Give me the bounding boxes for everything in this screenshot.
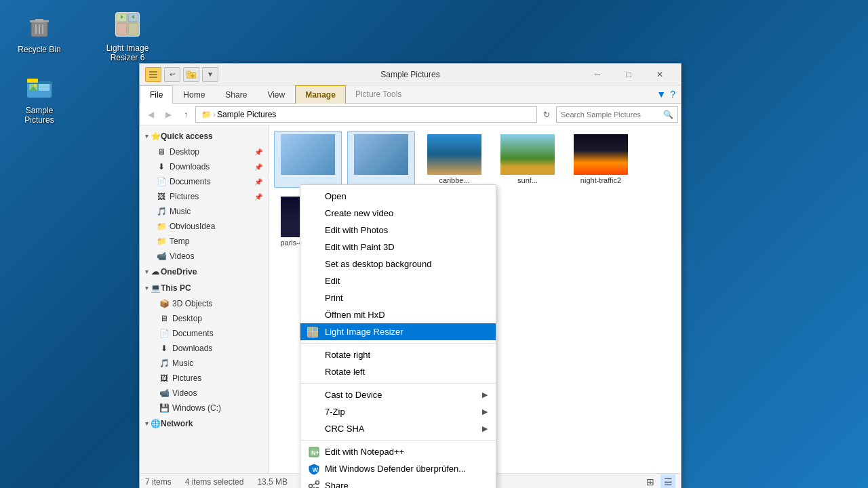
sidebar-section-quick-access[interactable]: ▾ ⭐ Quick access [140, 128, 268, 144]
large-icons-view-btn[interactable]: ⊞ [643, 474, 658, 489]
ctx-open-hxd-label: Öffnen mit HxD [325, 310, 385, 320]
sidebar-item-music2[interactable]: 🎵 Music [140, 356, 268, 371]
tab-file[interactable]: File [140, 85, 173, 104]
search-input[interactable] [561, 110, 660, 119]
file-item-selected1[interactable] [274, 131, 342, 188]
network-arrow: ▾ [145, 420, 149, 427]
onedrive-label: OneDrive [161, 267, 197, 277]
ctx-crc-sha[interactable]: CRC SHA ▶ [300, 420, 496, 437]
ctx-set-desktop[interactable]: Set as desktop background [300, 256, 496, 272]
undo-btn[interactable]: ↩ [164, 67, 180, 82]
sidebar-item-windows-c[interactable]: 💾 Windows (C:) [140, 401, 268, 415]
sidebar-item-pictures[interactable]: 🖼 Pictures 📌 [140, 189, 268, 204]
sidebar-item-downloads[interactable]: ⬇ Downloads 📌 [140, 159, 268, 174]
file-item-night-traffic[interactable]: night-traffic2 [567, 131, 635, 188]
recycle-bin-icon[interactable]: Recycle Bin [12, 7, 66, 57]
forward-button[interactable]: ▶ [160, 106, 176, 123]
sidebar-item-3d-objects[interactable]: 📦 3D Objects [140, 296, 268, 311]
quick-access-btn[interactable] [145, 67, 161, 82]
ctx-create-video[interactable]: Create new video [300, 205, 496, 222]
refresh-button[interactable]: ↻ [538, 106, 555, 123]
svg-line-40 [312, 483, 316, 485]
ribbon-expand-btn[interactable]: ? [670, 89, 675, 100]
sidebar-section-this-pc[interactable]: ▾ 💻 This PC [140, 280, 268, 296]
context-menu: Open Create new video Edit with Photos E… [300, 184, 496, 488]
downloads-icon: ⬇ [156, 161, 167, 172]
ctx-cast-to-device[interactable]: Cast to Device ▶ [300, 386, 496, 403]
ctx-cast-label: Cast to Device [325, 390, 382, 400]
sidebar-item-desktop[interactable]: 🖥 Desktop 📌 [140, 144, 268, 159]
sidebar-item-temp[interactable]: 📁 Temp [140, 234, 268, 249]
sidebar-section-network[interactable]: ▾ 🌐 Network [140, 415, 268, 432]
sidebar-item-documents2[interactable]: 📄 Documents [140, 326, 268, 341]
ctx-edit-label: Edit [325, 276, 340, 286]
ctx-edit[interactable]: Edit [300, 272, 496, 289]
sidebar-item-obviousidea[interactable]: 📁 ObviousIdea [140, 219, 268, 234]
sidebar-documents-label: Documents [170, 177, 211, 186]
ctx-sep-3 [300, 440, 496, 441]
ctx-print[interactable]: Print [300, 289, 496, 306]
desktop2-icon: 🖥 [159, 313, 170, 324]
search-bar[interactable]: 🔍 [556, 106, 678, 123]
ctx-open[interactable]: Open [300, 188, 496, 205]
ctx-rotate-right[interactable]: Rotate right [300, 346, 496, 363]
ctx-rotate-left[interactable]: Rotate left [300, 363, 496, 380]
ctx-crc-label: CRC SHA [325, 424, 365, 434]
tab-home[interactable]: Home [173, 85, 215, 104]
ctx-defender[interactable]: W Mit Windows Defender überprüfen... [300, 460, 496, 477]
new-folder-btn[interactable] [183, 67, 199, 82]
properties-btn[interactable]: ▼ [202, 67, 218, 82]
music-icon: 🎵 [156, 206, 167, 217]
light-image-resizer-icon[interactable]: Light Image Resizer 6 [100, 5, 155, 66]
sidebar-music-label: Music [170, 207, 191, 216]
ctx-edit-paint3d[interactable]: Edit with Paint 3D [300, 239, 496, 256]
ribbon-tabs: File Home Share View Manage Picture Tool… [140, 85, 681, 104]
ribbon-help-btn[interactable]: ▼ [656, 89, 666, 100]
ctx-7zip[interactable]: 7-Zip ▶ [300, 403, 496, 420]
sidebar-item-videos2[interactable]: 📹 Videos [140, 386, 268, 401]
sample-pictures-desktop-label: Sample Pictures [15, 106, 64, 125]
search-icon[interactable]: 🔍 [663, 110, 673, 119]
tab-manage[interactable]: Manage [295, 85, 346, 104]
sidebar-item-desktop2[interactable]: 🖥 Desktop [140, 311, 268, 326]
ctx-print-label: Print [325, 293, 343, 303]
maximize-button[interactable]: □ [613, 64, 644, 85]
sample-pictures-image [23, 70, 56, 103]
file-item-selected2[interactable] [347, 131, 415, 188]
ctx-defender-label: Mit Windows Defender überprüfen... [325, 464, 466, 474]
ctx-share[interactable]: Share [300, 477, 496, 488]
ctx-open-label: Open [325, 191, 347, 201]
back-button[interactable]: ◀ [142, 106, 159, 123]
explorer-window: ↩ ▼ Sample Pictures ─ □ ✕ [139, 63, 682, 488]
pictures-icon: 🖼 [156, 191, 167, 202]
ctx-edit-photos[interactable]: Edit with Photos [300, 222, 496, 239]
network-label: Network [161, 419, 193, 428]
sidebar-item-music[interactable]: 🎵 Music [140, 204, 268, 219]
file-item-sunflower[interactable]: sunf... [494, 131, 561, 188]
this-pc-arrow: ▾ [145, 285, 149, 291]
temp-folder-icon: 📁 [156, 236, 167, 247]
sidebar-item-documents[interactable]: 📄 Documents 📌 [140, 174, 268, 189]
thumb-sunflower [500, 134, 555, 175]
file-item-caribbean[interactable]: caribbe... [420, 131, 488, 188]
sidebar-item-videos[interactable]: 📹 Videos [140, 249, 268, 264]
documents2-icon: 📄 [159, 328, 170, 339]
ctx-light-image-resizer[interactable]: Light Image Resizer [300, 323, 496, 340]
sidebar-item-pictures2[interactable]: 🖼 Pictures [140, 371, 268, 386]
ctx-notepadpp[interactable]: N+ Edit with Notepad++ [300, 443, 496, 460]
svg-rect-26 [186, 71, 191, 74]
address-bar[interactable]: 📁 › Sample Pictures [195, 106, 537, 123]
sample-pictures-desktop-icon[interactable]: Sample Pictures [12, 68, 66, 128]
up-button[interactable]: ↑ [178, 106, 194, 123]
sidebar-item-downloads2[interactable]: ⬇ Downloads [140, 341, 268, 356]
details-view-btn[interactable]: ☰ [660, 474, 675, 489]
tab-share[interactable]: Share [215, 85, 257, 104]
sidebar-section-onedrive[interactable]: ▾ ☁ OneDrive [140, 264, 268, 280]
tab-view[interactable]: View [257, 85, 295, 104]
sidebar-videos-label: Videos [170, 251, 194, 261]
ctx-open-hxd[interactable]: Öffnen mit HxD [300, 306, 496, 323]
close-button[interactable]: ✕ [644, 64, 675, 85]
sidebar-temp-label: Temp [170, 237, 189, 246]
minimize-button[interactable]: ─ [582, 64, 613, 85]
window-title: Sample Pictures [380, 70, 439, 79]
